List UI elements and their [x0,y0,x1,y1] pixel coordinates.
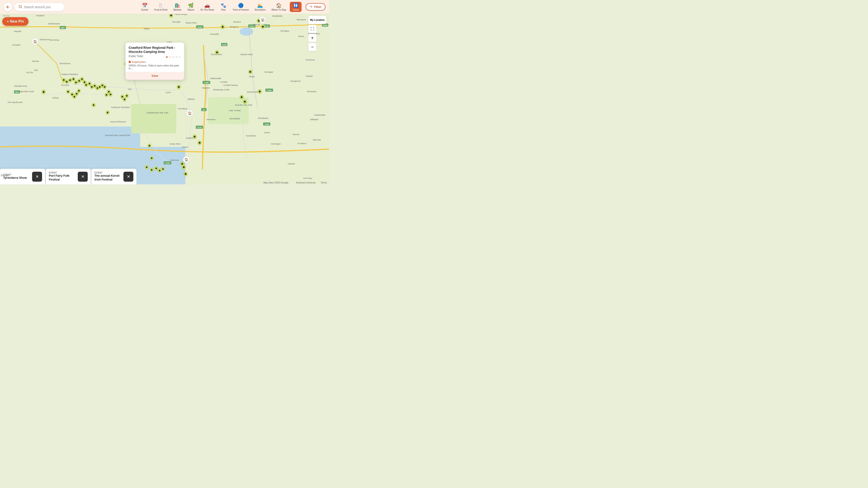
svg-text:Codrington: Codrington [271,143,281,145]
my-location-button[interactable]: My Location [308,16,327,24]
category-on-the-road[interactable]: 🚗 On The Road [198,2,216,12]
map-controls: My Location ⛶ + − [308,16,327,51]
svg-text:B66: B66 [16,91,19,93]
svg-point-138 [73,78,74,80]
svg-text:Mount Richmond: Mount Richmond [110,121,126,123]
svg-text:Grassdale: Grassdale [210,33,219,35]
svg-text:Cashmore: Cashmore [169,159,179,161]
svg-text:Bochara: Bochara [233,21,241,23]
svg-text:C195: C195 [204,82,209,84]
svg-text:St Helens: St Helens [298,142,307,144]
svg-text:Kentbruck Plantation: Kentbruck Plantation [111,106,130,108]
svg-point-252 [194,136,195,138]
terms-label: Terms [321,182,327,184]
svg-text:C186: C186 [267,90,272,92]
terms-link[interactable]: Terms [321,182,327,184]
my-location-label: My Location [310,19,324,21]
svg-point-153 [86,84,87,86]
zoom-in-button[interactable]: + [308,34,316,42]
svg-point-159 [91,86,93,88]
category-where-to-stay[interactable]: 🏠 Where To Stay [269,2,288,12]
markets-icon: 🛍️ [175,3,180,8]
svg-text:Willatoke: Willatoke [310,119,318,121]
event-name-label: Port Fairy Folk Festival [49,174,75,182]
pets-label: Pets [221,8,225,11]
top-bar: Search around you 📅 Events 🍴 Food & Drin… [0,0,329,14]
fullscreen-button[interactable]: ⛶ [308,25,316,33]
svg-text:Strathdownie: Strathdownie [48,23,60,25]
keyboard-shortcuts-label: Keyboard shortcuts [296,182,315,184]
svg-point-246 [249,71,251,73]
svg-point-117 [262,26,264,28]
category-toilets[interactable]: 🚻 Toilets [290,2,302,12]
svg-text:C176: C176 [197,127,202,129]
svg-text:Mumbannar: Mumbannar [60,62,70,65]
keyboard-shortcuts-link[interactable]: Keyboard shortcuts [296,182,315,184]
svg-text:Breakaway Creek: Breakaway Creek [213,89,230,91]
source-dot [129,61,131,63]
svg-point-189 [124,99,125,100]
svg-text:Tarrington: Tarrington [280,30,289,32]
search-placeholder: Search around you [24,5,51,9]
map-data-attribution: Map Data ©2024 Google [264,182,288,184]
category-events[interactable]: 📅 Events [139,2,151,12]
svg-point-237 [178,86,180,88]
svg-text:Gorae: Gorae [182,146,188,148]
svg-text:Port Macdonnell: Port Macdonnell [8,101,22,103]
svg-text:Ob Flat: Ob Flat [26,71,33,74]
svg-text:Cobboboonee Nat. Park: Cobboboonee Nat. Park [147,111,168,114]
svg-point-168 [99,86,101,88]
search-bar[interactable]: Search around you [14,3,64,11]
location-popup: Crawford River Regional Park - Hiscocks … [125,42,184,80]
event-card-1[interactable]: EVENT Port Fairy Folk Festival ✕ [46,169,91,184]
svg-text:Morgiana: Morgiana [230,26,239,28]
svg-point-156 [89,83,90,85]
svg-point-210 [93,104,94,106]
new-pin-button[interactable]: + New Pin [2,17,29,26]
category-nature[interactable]: 🌿 Nature [185,2,197,12]
svg-text:B160: B160 [197,26,202,28]
event-card-2[interactable]: EVENT The annual Koroit Irish Festival ✕ [91,169,136,184]
svg-point-147 [81,78,83,80]
category-pets[interactable]: 🐾 Pets [217,2,229,12]
svg-point-219 [151,158,153,159]
svg-text:C192: C192 [165,162,170,164]
where-to-stay-label: Where To Stay [272,8,286,11]
filter-button[interactable]: Filter [306,3,326,11]
popup-view-button[interactable]: View [125,72,184,80]
svg-text:Nelson: Nelson [53,97,59,99]
svg-text:Glenburnie: Glenburnie [39,38,50,41]
on-the-road-label: On The Road [200,8,214,11]
point-of-interest-icon: 🔵 [238,3,244,8]
svg-text:Yulecart: Yulecart [253,24,260,26]
event-thumbnail-1: ✕ [78,172,88,182]
on-the-road-icon: 🚗 [204,3,210,8]
svg-text:Gorae West: Gorae West [169,143,180,145]
svg-text:Tyrendarra: Tyrendarra [246,135,256,137]
point-of-interest-label: Point of Interest [233,8,249,11]
toilets-label: Toilets [292,8,299,11]
svg-text:Tarrone: Tarrone [292,133,300,135]
search-icon [19,5,22,9]
event-name-label: The annual Koroit Irish Festival [94,174,121,182]
category-food-drink[interactable]: 🍴 Food & Drink [152,2,170,12]
svg-point-192 [126,95,128,97]
google-logo: Google [1,174,8,177]
svg-text:Yambuk: Yambuk [287,163,295,165]
svg-point-186 [122,96,123,98]
zoom-out-button[interactable]: − [308,43,316,51]
category-markets[interactable]: 🛍️ Markets [171,2,184,12]
svg-point-222 [146,166,148,168]
category-point-of-interest[interactable]: 🔵 Point of Interest [230,2,251,12]
map-background[interactable]: B66 B160 C167 C178 B140 A200 B66 C195 C1… [0,0,329,184]
category-recreation[interactable]: 🏊 Recreation [252,2,268,12]
markets-label: Markets [174,8,182,11]
events-label: Events [141,8,148,11]
popup-title: Crawford River Regional Park - Hiscocks … [129,46,181,54]
svg-text:Donvans: Donvans [61,84,69,86]
svg-text:A1: A1 [203,109,205,111]
svg-point-195 [67,91,69,93]
svg-text:Orford: Orford [264,131,270,134]
back-button[interactable] [4,3,12,11]
event-thumbnail-0: ✕ [32,172,42,182]
